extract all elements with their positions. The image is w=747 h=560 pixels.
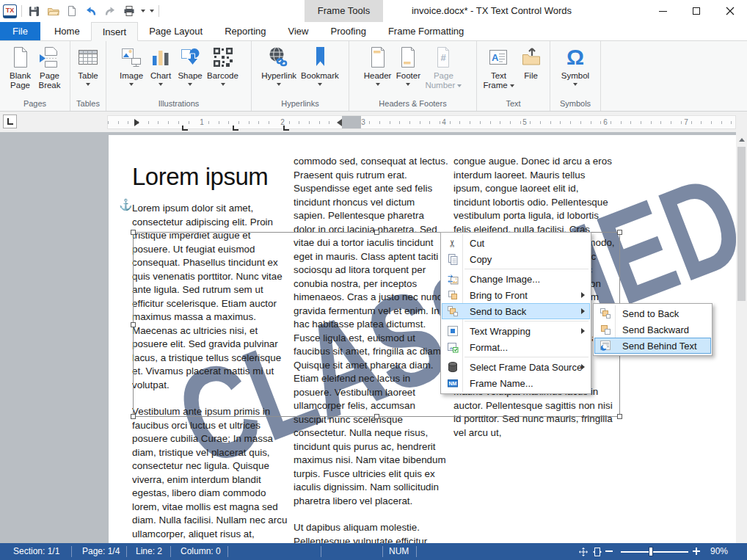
tab-view[interactable]: View xyxy=(277,22,320,40)
redo-button[interactable] xyxy=(103,4,117,18)
submenu-item-send-to-back[interactable]: Send to Back xyxy=(594,305,711,321)
shape-icon xyxy=(178,46,202,69)
maximize-button[interactable] xyxy=(679,0,713,22)
submenu-item-send-backward[interactable]: Send Backward xyxy=(594,321,711,338)
ruler-selection-block xyxy=(342,116,361,128)
resize-handle[interactable] xyxy=(131,414,136,419)
zoom-slider-track[interactable] xyxy=(621,551,688,553)
menu-item-send-to-back[interactable]: Send to Back xyxy=(442,303,590,319)
zoom-slider-thumb[interactable] xyxy=(649,547,653,556)
page-break-button[interactable]: PageBreak xyxy=(35,43,65,90)
bookmark-button[interactable]: Bookmark xyxy=(299,43,341,86)
vertical-scrollbar[interactable] xyxy=(736,132,747,543)
svg-text:A: A xyxy=(492,52,499,63)
print-dropdown-arrow[interactable] xyxy=(141,10,145,12)
tab-insert[interactable]: Insert xyxy=(91,22,139,41)
tab-stop-marker[interactable] xyxy=(182,126,188,131)
resize-handle[interactable] xyxy=(617,414,622,419)
tab-type-selector[interactable] xyxy=(3,114,17,128)
tab-page-layout[interactable]: Page Layout xyxy=(138,22,214,40)
chart-icon xyxy=(149,46,172,69)
first-line-indent-marker[interactable] xyxy=(134,119,139,126)
footer-button[interactable]: Footer xyxy=(393,43,423,86)
menu-item-text-wrapping[interactable]: Text Wrapping xyxy=(442,323,590,339)
header-icon xyxy=(366,46,390,69)
image-button[interactable]: Image xyxy=(117,43,146,86)
save-button[interactable] xyxy=(26,4,41,18)
ribbon-group-illustrations: Image Chart Shape Barcode Illustrations xyxy=(106,41,252,111)
paragraph: Vestibulum ante ipsum primis in faucibus… xyxy=(132,405,288,543)
zoom-out-button[interactable] xyxy=(605,550,613,552)
menu-separator xyxy=(464,321,589,321)
file-import-button[interactable]: File xyxy=(517,43,546,81)
menu-item-format[interactable]: Format... xyxy=(442,339,590,355)
print-button[interactable] xyxy=(122,4,136,18)
bookmark-icon xyxy=(308,46,332,69)
tab-stop-marker[interactable] xyxy=(233,126,238,131)
hyperlink-icon xyxy=(267,46,291,69)
send-to-back-submenu: Send to Back Send Backward Send Behind T… xyxy=(593,303,713,356)
hyperlink-button[interactable]: Hyperlink xyxy=(259,43,299,86)
page-break-icon xyxy=(38,46,62,69)
submenu-item-send-behind-text[interactable]: Send Behind Text xyxy=(594,338,711,354)
app-logo-icon[interactable]: TX xyxy=(3,4,17,18)
file-import-icon xyxy=(520,46,543,69)
window-controls xyxy=(646,0,747,22)
chart-button[interactable]: Chart xyxy=(146,43,175,86)
scroll-up-button[interactable] xyxy=(736,134,747,145)
blank-page-button[interactable]: BlankPage xyxy=(6,43,35,90)
new-document-button[interactable] xyxy=(65,4,79,18)
tab-home[interactable]: Home xyxy=(43,22,91,40)
barcode-button[interactable]: Barcode xyxy=(205,43,241,86)
resize-handle[interactable] xyxy=(374,414,379,419)
scrollbar-thumb[interactable] xyxy=(737,147,746,301)
zoom-level[interactable]: 90% xyxy=(710,543,728,560)
tab-file[interactable]: File xyxy=(0,22,40,40)
menu-item-change-image[interactable]: Change Image... xyxy=(442,271,590,287)
tab-proofing[interactable]: Proofing xyxy=(320,22,377,40)
status-column[interactable]: Column: 0 xyxy=(181,543,221,560)
blank-page-icon xyxy=(9,46,32,69)
submenu-arrow-icon xyxy=(581,364,585,370)
status-section[interactable]: Section: 1/1 xyxy=(13,543,59,560)
status-num-lock[interactable]: NUM xyxy=(389,543,409,560)
footer-icon xyxy=(396,46,420,69)
menu-item-copy[interactable]: Copy xyxy=(442,251,590,267)
text-frame-button[interactable]: A TextFrame xyxy=(481,43,516,90)
horizontal-ruler[interactable]: 1 2 3 4 5 6 7 xyxy=(107,115,736,129)
header-button[interactable]: Header xyxy=(362,43,394,86)
fit-page-button[interactable] xyxy=(592,547,602,559)
pan-tool-button[interactable] xyxy=(578,547,589,559)
status-divider xyxy=(416,546,417,557)
open-button[interactable] xyxy=(45,4,60,18)
close-button[interactable] xyxy=(713,0,747,22)
resize-handle[interactable] xyxy=(617,230,622,235)
resize-handle[interactable] xyxy=(131,322,136,327)
resize-handle[interactable] xyxy=(374,230,379,235)
tab-stop-marker[interactable] xyxy=(283,126,289,131)
undo-button[interactable] xyxy=(84,4,98,18)
copy-icon xyxy=(447,253,459,265)
toolbar-options-arrow[interactable] xyxy=(150,10,154,12)
status-page[interactable]: Page: 1/4 xyxy=(82,543,120,560)
menu-item-bring-to-front[interactable]: Bring to Front xyxy=(442,287,590,303)
tab-reporting[interactable]: Reporting xyxy=(214,22,277,40)
menu-item-frame-name[interactable]: NM Frame Name... xyxy=(442,375,590,391)
page-number-button[interactable]: # PageNumber xyxy=(423,43,464,90)
menu-item-select-frame-data-source[interactable]: Select Frame Data Source xyxy=(442,359,590,375)
indent-marker[interactable] xyxy=(337,119,342,126)
close-icon xyxy=(726,7,735,15)
menu-item-cut[interactable]: ✂ Cut xyxy=(442,235,590,251)
save-icon xyxy=(28,5,40,17)
status-divider xyxy=(71,546,72,557)
symbol-button[interactable]: Ω Symbol xyxy=(559,43,591,86)
status-line[interactable]: Line: 2 xyxy=(136,543,162,560)
ribbon-group-symbols: Ω Symbol Symbols xyxy=(550,41,601,111)
resize-handle[interactable] xyxy=(131,230,136,235)
table-button[interactable]: Table xyxy=(73,43,103,86)
minimize-button[interactable] xyxy=(646,0,679,22)
shape-button[interactable]: Shape xyxy=(175,43,205,86)
open-folder-icon xyxy=(47,5,59,17)
tab-frame-formatting[interactable]: Frame Formatting xyxy=(377,22,475,40)
print-icon xyxy=(123,5,136,17)
